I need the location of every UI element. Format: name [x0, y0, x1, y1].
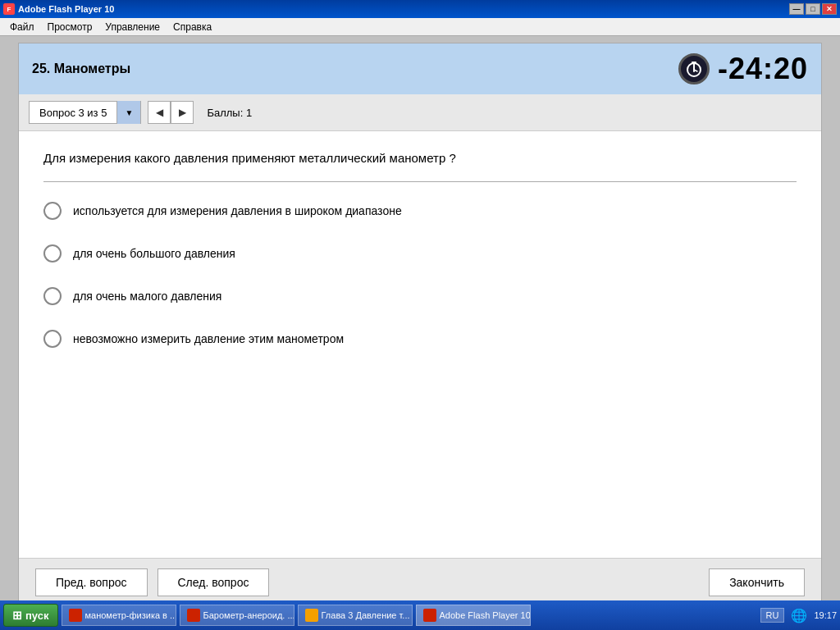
answer-text-2: для очень большого давления [73, 247, 235, 260]
answer-option-2[interactable]: для очень большого давления [43, 244, 797, 262]
prev-question-button[interactable]: Пред. вопрос [35, 568, 148, 596]
divider [43, 181, 797, 182]
taskbar-icon-3 [305, 609, 318, 622]
start-button[interactable]: ⊞ пуск [3, 604, 58, 627]
timer-area: -24:20 [678, 52, 808, 86]
taskbar-label-3: Глава 3 Давление т... [322, 610, 410, 620]
nav-bar: Вопрос 3 из 5 ▼ ◀ ▶ Баллы: 1 [19, 94, 821, 131]
taskbar-item-4[interactable]: Adobe Flash Player 10 [416, 605, 531, 626]
answer-text-1: используется для измерения давления в ши… [73, 204, 402, 217]
taskbar-item-2[interactable]: Барометр-анероид. ... [180, 605, 294, 626]
timer-icon [678, 53, 710, 84]
next-arrow-button[interactable]: ▶ [171, 101, 194, 124]
globe-icon: 🌐 [791, 608, 807, 623]
score-label: Баллы: 1 [207, 107, 252, 119]
quiz-header: 25. Манометры -24:20 [19, 43, 821, 94]
close-button[interactable]: ✕ [822, 3, 837, 15]
svg-point-0 [687, 63, 701, 76]
taskbar-item-1[interactable]: манометр-физика в ... [62, 605, 176, 626]
taskbar-icon-1 [69, 609, 82, 622]
taskbar-label-1: манометр-физика в ... [85, 610, 176, 620]
taskbar: ⊞ пуск манометр-физика в ... Барометр-ан… [0, 600, 840, 630]
quiz-title: 25. Манометры [32, 62, 130, 76]
question-text: Для измерения какого давления применяют … [43, 151, 797, 165]
maximize-button[interactable]: □ [806, 3, 820, 15]
app-icon: F [3, 3, 15, 15]
radio-1[interactable] [43, 202, 62, 220]
start-label: пуск [25, 609, 49, 622]
clock-display: 19:17 [814, 610, 837, 620]
main-window: 25. Манометры -24:20 Вопрос 3 из 5 ▼ ◀ ▶… [18, 43, 822, 607]
question-dropdown-arrow[interactable]: ▼ [117, 101, 140, 124]
answer-option-4[interactable]: невозможно измерить давление этим маноме… [43, 330, 797, 348]
question-area: Для измерения какого давления применяют … [19, 131, 821, 558]
taskbar-label-2: Барометр-анероид. ... [203, 610, 294, 620]
answer-text-4: невозможно измерить давление этим маноме… [73, 332, 344, 345]
finish-button[interactable]: Закончить [709, 568, 805, 596]
bottom-bar: Пред. вопрос След. вопрос Закончить [19, 558, 821, 606]
radio-3[interactable] [43, 287, 62, 305]
title-bar: F Adobe Flash Player 10 — □ ✕ [0, 0, 840, 18]
language-indicator[interactable]: RU [760, 608, 785, 623]
question-selector[interactable]: Вопрос 3 из 5 ▼ [29, 101, 141, 124]
answer-option-3[interactable]: для очень малого давления [43, 287, 797, 305]
answer-text-3: для очень малого давления [73, 290, 221, 303]
radio-2[interactable] [43, 244, 62, 262]
menu-view[interactable]: Просмотр [41, 20, 99, 34]
minimize-button[interactable]: — [789, 3, 804, 15]
nav-buttons: Пред. вопрос След. вопрос [35, 568, 269, 596]
taskbar-right: RU 🌐 19:17 [760, 608, 837, 623]
menu-bar: Файл Просмотр Управление Справка [0, 18, 840, 36]
menu-help[interactable]: Справка [167, 20, 218, 34]
nav-arrows: ◀ ▶ [148, 101, 194, 124]
menu-file[interactable]: Файл [3, 20, 41, 34]
answer-option-1[interactable]: используется для измерения давления в ши… [43, 202, 797, 220]
question-selector-label: Вопрос 3 из 5 [30, 102, 117, 123]
timer-display: -24:20 [718, 52, 808, 86]
svg-rect-3 [692, 62, 696, 63]
window-title: Adobe Flash Player 10 [18, 4, 114, 14]
taskbar-icon-2 [187, 609, 200, 622]
svg-line-2 [694, 70, 697, 71]
radio-4[interactable] [43, 330, 62, 348]
taskbar-label-4: Adobe Flash Player 10 [440, 610, 531, 620]
next-question-button[interactable]: След. вопрос [158, 568, 270, 596]
taskbar-item-3[interactable]: Глава 3 Давление т... [298, 605, 413, 626]
menu-control[interactable]: Управление [98, 20, 167, 34]
prev-arrow-button[interactable]: ◀ [148, 101, 171, 124]
taskbar-icon-4 [423, 609, 436, 622]
